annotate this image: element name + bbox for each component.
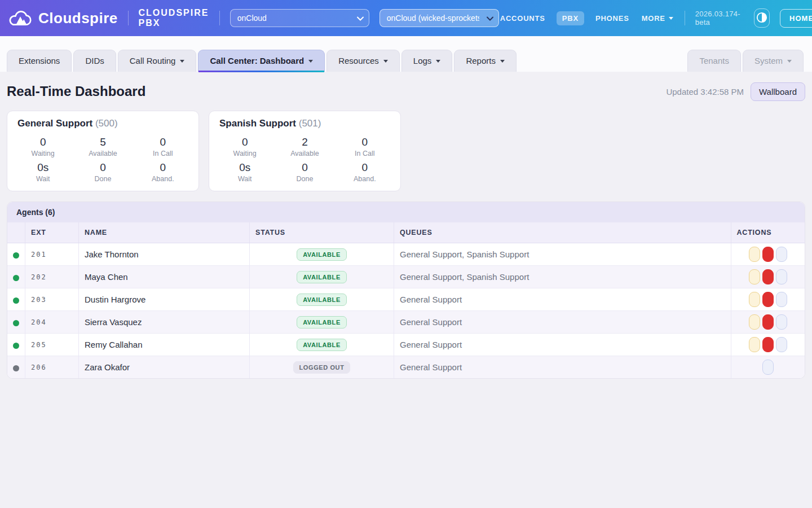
- tab-system[interactable]: System: [743, 50, 804, 72]
- offline-dot-icon: [13, 365, 19, 371]
- agent-status-dot-cell: [7, 288, 25, 311]
- pause-agent-button[interactable]: [749, 269, 760, 284]
- column-header-status-dot: [7, 222, 25, 243]
- pause-agent-button[interactable]: [749, 247, 760, 262]
- agent-status-dot-cell: [7, 334, 25, 356]
- column-header-name: NAME: [79, 222, 250, 243]
- agent-queues: General Support, Spanish Support: [394, 243, 731, 266]
- theme-toggle-button[interactable]: [754, 8, 770, 28]
- agent-status-cell: AVAILABLE: [250, 311, 394, 334]
- tenant-select[interactable]: onCloud (wicked-sprockets): [379, 9, 499, 27]
- queue-name: Spanish Support (501): [215, 118, 395, 129]
- cloud-mountain-logo-icon: [8, 8, 33, 28]
- logoff-agent-button[interactable]: [762, 269, 774, 284]
- queue-stat-label: Wait: [13, 175, 73, 183]
- status-badge: AVAILABLE: [297, 294, 347, 306]
- tab-label: Resources: [338, 56, 379, 65]
- queue-stat-label: Aband.: [133, 175, 193, 183]
- agent-actions-cell: [731, 356, 805, 379]
- queue-stat-in-call: 0In Call: [335, 136, 395, 157]
- queue-stat-value: 2: [275, 136, 334, 148]
- agent-name: Dustin Hargrove: [79, 288, 250, 311]
- tab-logs[interactable]: Logs: [401, 50, 453, 72]
- agent-name: Sierra Vasquez: [79, 311, 250, 334]
- queue-number: (500): [95, 118, 118, 129]
- agent-queues: General Support: [394, 334, 731, 356]
- agent-row: 202Maya ChenAVAILABLEGeneral Support, Sp…: [7, 266, 805, 288]
- tab-label: Extensions: [19, 56, 60, 65]
- online-dot-icon: [13, 252, 19, 259]
- tab-bar: ExtensionsDIDsCall RoutingCall Center: D…: [0, 36, 812, 72]
- online-dot-icon: [13, 275, 19, 281]
- agent-extension: 202: [25, 266, 79, 288]
- tab-call-routing[interactable]: Call Routing: [118, 50, 197, 72]
- queue-stat-label: In Call: [133, 150, 193, 157]
- agent-actions-cell: [731, 311, 805, 334]
- agent-status-dot-cell: [7, 266, 25, 288]
- queue-stat-aband: 0Aband.: [335, 161, 395, 183]
- pause-agent-button[interactable]: [749, 292, 760, 307]
- agent-extension: 201: [25, 243, 79, 266]
- agent-extension: 203: [25, 288, 79, 311]
- wallboard-button[interactable]: Wallboard: [751, 82, 805, 101]
- deployment-select[interactable]: onCloud: [230, 9, 369, 27]
- queue-stat-value: 0: [13, 136, 73, 148]
- pause-agent-button[interactable]: [749, 337, 760, 352]
- queue-stat-in-call: 0In Call: [133, 136, 193, 157]
- listen-agent-button[interactable]: [776, 337, 787, 352]
- queue-stat-value: 0: [275, 161, 334, 174]
- nav-link-more[interactable]: MORE: [641, 11, 674, 25]
- divider: [128, 11, 129, 25]
- agent-name: Zara Okafor: [79, 356, 250, 379]
- nav-link-accounts[interactable]: ACCOUNTS: [499, 11, 546, 25]
- queue-stat-label: Available: [275, 150, 334, 157]
- agent-actions-cell: [731, 288, 805, 311]
- nav-link-phones[interactable]: PHONES: [594, 11, 630, 25]
- pause-agent-button[interactable]: [749, 314, 760, 330]
- agent-row: 204Sierra VasquezAVAILABLEGeneral Suppor…: [7, 311, 805, 334]
- column-header-status: STATUS: [250, 222, 394, 243]
- queue-stat-done: 0Done: [275, 161, 334, 183]
- tab-label: Reports: [466, 56, 496, 65]
- cloudspire-logo[interactable]: Cloudspire: [8, 8, 118, 28]
- agent-name: Jake Thornton: [79, 243, 250, 266]
- logoff-agent-button[interactable]: [762, 292, 774, 307]
- listen-agent-button[interactable]: [776, 292, 787, 307]
- queue-stat-label: Wait: [215, 175, 275, 183]
- tab-dids[interactable]: DIDs: [73, 50, 116, 72]
- tab-tenants[interactable]: Tenants: [687, 50, 741, 72]
- logoff-agent-button[interactable]: [762, 314, 774, 330]
- home-button[interactable]: HOME: [780, 9, 812, 28]
- agent-name: Remy Callahan: [79, 334, 250, 356]
- agent-name: Maya Chen: [79, 266, 250, 288]
- listen-agent-button[interactable]: [776, 247, 787, 262]
- agent-status-dot-cell: [7, 356, 25, 379]
- agent-queues: General Support: [394, 311, 731, 334]
- queue-stat-value: 5: [73, 136, 133, 148]
- top-navbar: Cloudspire CLOUDSPIRE PBX onCloud onClou…: [0, 0, 812, 36]
- agents-table: EXTNAMESTATUSQUEUESACTIONS 201Jake Thorn…: [7, 222, 805, 378]
- queue-cards-row: General Support (500)0Waiting5Available0…: [7, 111, 805, 191]
- online-dot-icon: [13, 297, 19, 304]
- listen-agent-button[interactable]: [776, 269, 787, 284]
- queue-stat-label: Available: [73, 150, 133, 157]
- logoff-agent-button[interactable]: [762, 337, 774, 352]
- listen-agent-button[interactable]: [776, 314, 787, 330]
- nav-link-pbx[interactable]: PBX: [557, 11, 584, 25]
- online-dot-icon: [13, 343, 19, 349]
- agent-row: 203Dustin HargroveAVAILABLEGeneral Suppo…: [7, 288, 805, 311]
- queue-stat-label: Waiting: [13, 150, 73, 157]
- tab-resources[interactable]: Resources: [326, 50, 400, 72]
- caret-down-icon: [787, 60, 792, 63]
- logoff-agent-button[interactable]: [762, 247, 774, 262]
- tab-label: DIDs: [85, 56, 104, 65]
- column-header-queues: QUEUES: [394, 222, 731, 243]
- caret-down-icon: [308, 60, 313, 63]
- login-agent-button[interactable]: [762, 360, 774, 375]
- deployment-select-wrap: onCloud: [230, 9, 369, 27]
- tab-extensions[interactable]: Extensions: [7, 50, 72, 72]
- caret-down-icon: [669, 17, 673, 20]
- agent-extension: 205: [25, 334, 79, 356]
- tab-reports[interactable]: Reports: [454, 50, 517, 72]
- tab-call-center-dashboard[interactable]: Call Center: Dashboard: [198, 50, 325, 72]
